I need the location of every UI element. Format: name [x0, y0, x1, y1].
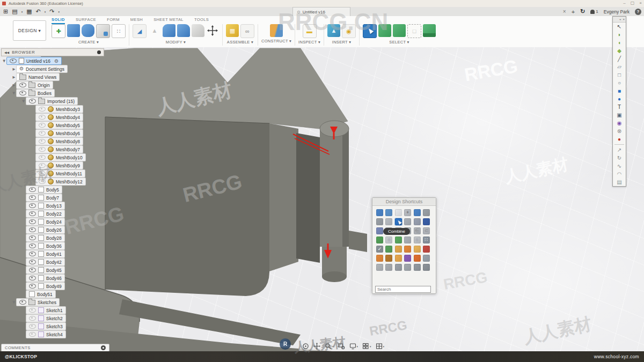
fill-square-icon[interactable]: ■: [613, 87, 626, 95]
tree-row-body13[interactable]: Body13: [21, 202, 104, 209]
shortcut-icon[interactable]: [395, 255, 402, 262]
select-body-icon[interactable]: [378, 24, 391, 37]
shortcut-icon[interactable]: ✓: [376, 246, 383, 253]
shortcut-icon[interactable]: [414, 246, 421, 253]
tree-row-body26[interactable]: Body26: [21, 226, 104, 233]
shortcut-icon[interactable]: [395, 209, 402, 216]
help-icon[interactable]: ?: [635, 9, 641, 15]
visibility-eye-icon[interactable]: [29, 235, 36, 240]
shortcut-icon[interactable]: [414, 218, 421, 225]
visibility-eye-icon[interactable]: [39, 139, 46, 144]
comments-bar[interactable]: COMMENTS: [1, 344, 109, 352]
visibility-eye-icon[interactable]: [39, 147, 46, 152]
redo-caret-icon[interactable]: ▾: [58, 10, 60, 13]
shell-icon[interactable]: [163, 24, 175, 37]
select-cursor-icon[interactable]: ↖: [613, 23, 626, 31]
spring-tool-icon[interactable]: ∿: [613, 162, 626, 170]
expander-icon[interactable]: ▶: [12, 75, 16, 79]
browser-header[interactable]: ◀◀ BROWSER: [1, 48, 104, 56]
undo-caret-icon[interactable]: ▾: [45, 10, 46, 13]
undo-icon[interactable]: ↶: [36, 9, 41, 14]
visibility-eye-icon[interactable]: [39, 155, 46, 160]
line-tool-icon[interactable]: ╱: [613, 55, 626, 63]
tree-row-meshbody6[interactable]: MeshBody6: [31, 130, 104, 137]
tree-row-meshbody5[interactable]: MeshBody5: [31, 122, 104, 129]
palette-pin-icon[interactable]: +: [619, 18, 621, 21]
record-dot-icon[interactable]: ●: [613, 135, 626, 143]
shortcut-icon[interactable]: [404, 255, 411, 262]
tree-row-untitled-v16[interactable]: ▶Untitled v16⚙: [2, 57, 104, 64]
zoom-window-icon[interactable]: [338, 343, 345, 350]
visibility-eye-icon[interactable]: [29, 99, 36, 104]
shortcut-icon[interactable]: [404, 246, 411, 253]
notifications-button[interactable]: 1: [590, 9, 598, 14]
create-form-icon[interactable]: [82, 24, 94, 37]
tree-row-body46[interactable]: Body46: [21, 275, 104, 282]
tree-row-origin[interactable]: ▶Origin: [12, 82, 104, 88]
tree-row-body41[interactable]: Body41: [21, 250, 104, 257]
shortcut-icon[interactable]: ○: [414, 237, 421, 243]
shortcut-icon[interactable]: [395, 237, 402, 243]
tree-row-body42[interactable]: Body42: [21, 258, 104, 265]
comment-bubble-icon[interactable]: [101, 345, 106, 350]
expander-icon[interactable]: ▶: [12, 300, 16, 305]
shortcut-icon[interactable]: [395, 218, 402, 225]
shortcut-icon[interactable]: [385, 246, 392, 253]
group-label-create[interactable]: CREATE ▾: [78, 40, 99, 45]
sculpt-leaf-2-icon[interactable]: ◖: [613, 39, 626, 47]
group-label-assemble[interactable]: ASSEMBLE ▾: [227, 40, 253, 45]
tree-row-body24[interactable]: Body24: [21, 218, 104, 225]
save-icon[interactable]: ▦: [26, 9, 32, 14]
create-cylinder-icon[interactable]: [96, 24, 110, 38]
shortcut-icon[interactable]: [376, 227, 383, 234]
shortcut-icon[interactable]: [376, 218, 383, 225]
minimize-button[interactable]: –: [623, 1, 625, 5]
tree-row-meshbody7[interactable]: MeshBody7: [31, 146, 104, 153]
move-copy-icon[interactable]: [206, 24, 219, 37]
text-tool-icon[interactable]: T: [613, 103, 626, 111]
visibility-eye-icon[interactable]: [39, 107, 46, 112]
shortcut-icon[interactable]: [414, 255, 421, 262]
group-label-inspect[interactable]: INSPECT ▾: [298, 40, 320, 45]
tree-row-sketch3[interactable]: Sketch3: [21, 323, 104, 330]
ribbon-tab-form[interactable]: FORM: [107, 17, 120, 24]
spheres-tool-icon[interactable]: ◉: [613, 119, 626, 127]
expander-icon[interactable]: ▶: [12, 91, 16, 95]
group-label-construct[interactable]: CONSTRUCT ▾: [261, 39, 291, 43]
create-box-icon[interactable]: [67, 24, 80, 37]
sync-icon[interactable]: ↻: [580, 8, 585, 15]
visibility-eye-icon[interactable]: [29, 324, 36, 329]
tree-row-named-views[interactable]: ▶Named Views: [12, 73, 104, 80]
shortcut-icon[interactable]: [376, 255, 383, 262]
attach-tool-icon[interactable]: ⊗: [613, 127, 626, 135]
visibility-eye-icon[interactable]: [39, 123, 46, 128]
shortcut-icon[interactable]: [395, 264, 402, 271]
tree-row-bodies[interactable]: ▶Bodies: [12, 90, 104, 97]
visibility-eye-icon[interactable]: [29, 243, 36, 248]
shortcut-icon[interactable]: [404, 264, 411, 271]
polygon-tool-icon[interactable]: ▱: [613, 63, 626, 71]
shortcut-icon[interactable]: [423, 246, 430, 253]
circle-tool-icon[interactable]: ○: [613, 79, 626, 87]
visibility-eye-icon[interactable]: [19, 300, 26, 305]
combine-icon[interactable]: [177, 24, 190, 37]
browser-close-icon[interactable]: [97, 50, 101, 54]
visibility-eye-icon[interactable]: [10, 58, 17, 63]
sculpt-leaf-3-icon[interactable]: ◆: [613, 47, 626, 55]
file-caret-icon[interactable]: ▾: [21, 10, 23, 13]
shortcut-icon[interactable]: [395, 246, 402, 253]
shortcut-icon[interactable]: ⊂: [423, 227, 430, 234]
shortcut-icon[interactable]: [385, 255, 392, 262]
shortcut-icon[interactable]: [385, 264, 392, 271]
visibility-eye-icon[interactable]: [19, 91, 26, 95]
tree-row-body45[interactable]: Body45: [21, 267, 104, 274]
user-menu[interactable]: Evgeny Park: [604, 9, 630, 14]
select-face-icon[interactable]: [393, 24, 406, 37]
visibility-eye-icon[interactable]: [29, 195, 36, 200]
ribbon-tab-tools[interactable]: TOOLS: [194, 17, 209, 24]
workspace-switcher[interactable]: DESIGN ▾: [13, 20, 46, 41]
viewports-icon[interactable]: ▾: [376, 343, 385, 350]
shortcut-icon[interactable]: [404, 237, 411, 243]
visibility-eye-icon[interactable]: [39, 131, 46, 136]
visibility-eye-icon[interactable]: [29, 252, 36, 256]
